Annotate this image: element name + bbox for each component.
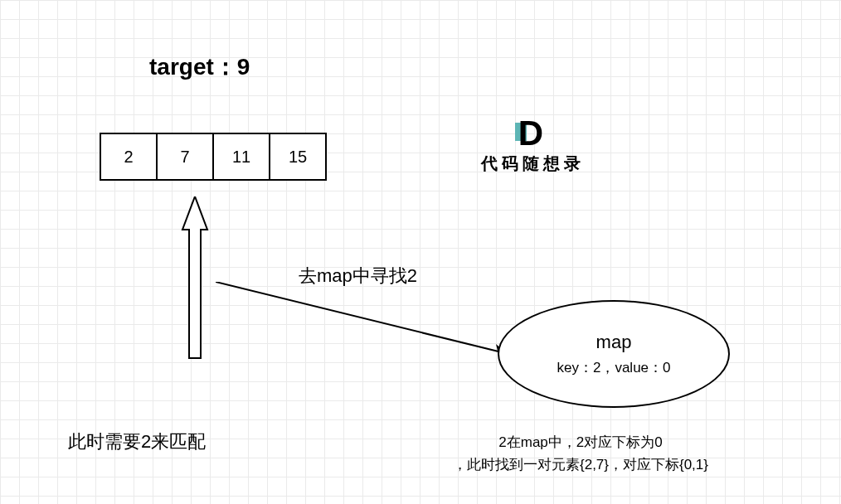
svg-line-0	[216, 282, 502, 352]
map-ellipse: map key：2，value：0	[498, 300, 730, 408]
logo-text: 代 码 随 想 录	[481, 153, 581, 175]
array-cell-2: 11	[212, 133, 270, 181]
array-cell-3: 15	[269, 133, 327, 181]
array-container: 2 7 11 15	[100, 133, 327, 181]
array-cell-1: 7	[156, 133, 214, 181]
map-content: key：2，value：0	[557, 358, 670, 377]
up-arrow-icon	[178, 196, 211, 362]
result-text: 2在map中，2对应下标为0 ，此时找到一对元素{2,7}，对应下标{0,1}	[415, 431, 746, 476]
result-line1: 2在map中，2对应下标为0	[498, 434, 662, 450]
need-match-label: 此时需要2来匹配	[68, 429, 206, 454]
logo-letter: D	[518, 116, 543, 151]
map-title: map	[596, 332, 632, 353]
result-line2: ，此时找到一对元素{2,7}，对应下标{0,1}	[453, 457, 708, 472]
target-label: target：9	[149, 51, 250, 83]
diagonal-arrow-icon	[216, 282, 514, 365]
array-cell-0: 2	[100, 133, 158, 181]
logo: D 代 码 随 想 录	[481, 116, 581, 175]
